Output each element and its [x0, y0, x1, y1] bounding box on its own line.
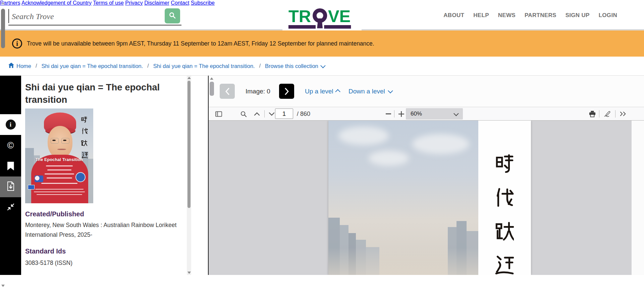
footer-subscribe[interactable]: Subscribe	[191, 0, 215, 6]
viewer-canvas	[209, 121, 632, 275]
search-icon	[169, 12, 176, 20]
work-details-panel: Shi dai yue qian = The epochal transitio…	[21, 76, 208, 275]
scroll-up-arrow-icon[interactable]	[187, 77, 191, 79]
print-button[interactable]	[587, 108, 598, 119]
top-navigation: ABOUT HELP NEWS PARTNERS SIGN UP LOGIN	[443, 0, 617, 30]
browser-scrollbar-thumb[interactable]	[1, 9, 5, 48]
breadcrumb-home[interactable]: Home	[8, 63, 31, 69]
toolbar-separator	[264, 110, 265, 118]
download-button[interactable]	[0, 176, 21, 197]
breadcrumb-home-label: Home	[16, 63, 31, 69]
nav-login[interactable]: LOGIN	[599, 12, 617, 19]
calligraphy-character	[82, 127, 88, 135]
standard-ids-heading: Standard Ids	[25, 247, 66, 255]
breadcrumb-browse-collection[interactable]: Browse this collection	[265, 63, 324, 69]
page-number-input[interactable]	[275, 108, 293, 119]
calligraphy-character	[494, 152, 514, 174]
zoom-out-button[interactable]	[383, 108, 394, 119]
nav-help[interactable]: HELP	[473, 12, 489, 19]
information-tab-button[interactable]: i	[0, 114, 21, 135]
chevron-up-icon	[335, 89, 340, 94]
maintenance-message: Trove will be unavailable between 9pm AE…	[27, 30, 374, 57]
annotate-button[interactable]	[602, 108, 612, 119]
breadcrumb-item-2[interactable]: Shi dai yue qian = The epochal transitio…	[153, 63, 255, 69]
nav-partners[interactable]: PARTNERS	[525, 12, 556, 19]
footer-terms[interactable]: Terms of use	[93, 0, 124, 6]
logo-underline-left	[288, 25, 316, 29]
down-a-level-link[interactable]: Down a level	[348, 84, 392, 99]
footer-privacy[interactable]: Privacy	[125, 0, 143, 6]
paw-logo	[35, 175, 43, 182]
next-image-button[interactable]	[279, 84, 294, 99]
toolbar-separator	[394, 110, 394, 118]
bookmark-icon	[7, 162, 14, 170]
logo-underline-right	[324, 25, 351, 29]
scroll-up-arrow-icon[interactable]	[1, 2, 5, 4]
breadcrumb: Home / Shi dai yue qian = The epochal tr…	[0, 57, 644, 75]
footer-disclaimer[interactable]: Disclaimer	[144, 0, 169, 6]
calligraphy-character	[494, 220, 514, 242]
viewer-scrollbar-thumb[interactable]	[210, 82, 214, 96]
collapse-icon	[7, 203, 15, 212]
logo-letters-tr: TR	[288, 7, 311, 26]
created-published-heading: Created/Published	[25, 210, 84, 218]
thumbnail-cover-title: The Epochal Transition	[25, 157, 93, 162]
panel-scrollbar-thumb[interactable]	[187, 81, 191, 208]
image-viewer: Image: 0 Up a level Down a level	[208, 76, 644, 275]
double-chevron-right-icon	[620, 111, 627, 117]
footer-acknowledgement[interactable]: Acknowledgement of Country	[21, 0, 92, 6]
trove-logo[interactable]: TR VE	[282, 0, 362, 30]
scroll-down-arrow-icon[interactable]	[187, 272, 191, 274]
tool-rail: i ©	[0, 76, 21, 275]
zoom-in-button[interactable]	[396, 108, 407, 119]
search-button[interactable]	[165, 8, 180, 23]
breadcrumb-separator: /	[36, 63, 37, 69]
nav-news[interactable]: NEWS	[498, 12, 516, 19]
home-icon	[8, 63, 14, 69]
down-a-level-label: Down a level	[348, 88, 385, 95]
chevron-left-icon	[225, 88, 230, 95]
sidebar-toggle-icon	[215, 111, 222, 117]
collapse-button[interactable]	[0, 197, 21, 218]
site-footer: Partners Acknowledgement of Country Term…	[0, 0, 215, 6]
up-a-level-link[interactable]: Up a level	[305, 84, 340, 99]
main-content: i © Shi d	[0, 75, 644, 275]
calligraphy-strip	[478, 121, 531, 275]
plus-icon	[398, 111, 404, 117]
bookmark-button[interactable]	[0, 156, 21, 176]
sidebar-toggle-button[interactable]	[213, 108, 224, 119]
chevron-up-icon	[254, 112, 260, 116]
up-a-level-label: Up a level	[305, 88, 333, 95]
nav-signup[interactable]: SIGN UP	[566, 12, 590, 19]
scroll-down-arrow-icon[interactable]	[1, 285, 5, 287]
more-tools-button[interactable]	[618, 108, 629, 119]
copyright-button[interactable]: ©	[0, 135, 21, 156]
toolbar-separator	[599, 110, 599, 118]
breadcrumb-separator: /	[147, 63, 149, 69]
zoom-level-value: 60%	[411, 111, 422, 117]
created-published-text: Monterey, New South Wales : Australian R…	[25, 220, 186, 240]
file-download-icon	[7, 181, 15, 192]
zoom-level-select[interactable]: 60%	[406, 108, 463, 120]
scroll-up-arrow-icon[interactable]	[210, 77, 213, 80]
flag-logo	[28, 185, 35, 190]
eyebrow	[329, 121, 478, 127]
round-emblem	[75, 172, 86, 182]
work-thumbnail: The Epochal Transition	[25, 108, 93, 203]
previous-image-button[interactable]	[220, 84, 235, 99]
footer-contact[interactable]: Contact	[171, 0, 189, 6]
work-title: Shi dai yue qian = The epochal transitio…	[25, 81, 169, 106]
browse-collection-label: Browse this collection	[265, 63, 318, 69]
calligraphy-character	[494, 186, 514, 208]
info-icon: i	[6, 120, 16, 130]
find-in-document-button[interactable]	[238, 108, 249, 119]
trove-logo-graphic: TR VE	[288, 7, 356, 30]
breadcrumb-item-1[interactable]: Shi dai yue qian = The epochal transitio…	[41, 63, 143, 69]
panel-scrollbar[interactable]	[187, 76, 191, 275]
nav-about[interactable]: ABOUT	[443, 12, 464, 19]
minus-icon	[386, 113, 391, 115]
previous-page-button[interactable]	[252, 108, 262, 119]
search-input[interactable]	[11, 9, 153, 23]
calligraphy-character	[494, 254, 514, 275]
page-image	[328, 121, 531, 275]
